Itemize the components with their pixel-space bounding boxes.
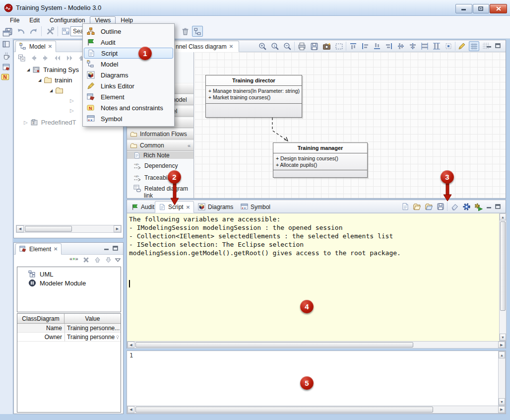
expander-icon[interactable]: ◢	[27, 68, 30, 72]
tab-symbol[interactable]: Symbol	[237, 201, 274, 212]
align-top-icon[interactable]	[349, 42, 357, 50]
delete-model-button[interactable]	[180, 26, 191, 37]
tab-model[interactable]: Model ✕	[15, 41, 56, 52]
restore-panel-icon[interactable]	[2, 29, 11, 38]
scroll-right-button[interactable]: ▶	[498, 342, 505, 348]
same-height-icon[interactable]	[433, 42, 441, 50]
double-back-icon[interactable]	[54, 54, 62, 62]
scroll-up-button[interactable]: ▲	[499, 351, 505, 358]
table-row-owner-value[interactable]: Training personne	[64, 333, 121, 342]
add-stereotype-icon[interactable]: «+»	[69, 256, 78, 262]
tab-class-diagram[interactable]: nnel Class diagram ✕	[172, 41, 239, 52]
tree-item-subfolder[interactable]: ◢	[50, 86, 64, 95]
table-header-value[interactable]: Value	[64, 314, 121, 324]
style-editor-icon[interactable]	[458, 42, 466, 50]
menu-item-outline[interactable]: Outline	[83, 26, 174, 37]
maximize-view-icon[interactable]	[113, 246, 119, 251]
palette-item-rich-note[interactable]: Rich Note	[127, 151, 193, 159]
settings-gear-icon[interactable]	[462, 203, 471, 211]
import-script-icon[interactable]	[425, 203, 433, 211]
center-horizontal-icon[interactable]	[409, 42, 417, 50]
console-vscrollbar[interactable]: ▲ ▼	[499, 213, 507, 341]
list-item-uml[interactable]: UML	[28, 270, 53, 279]
element-shortcut-icon[interactable]	[2, 63, 11, 71]
maximize-view-icon[interactable]	[495, 204, 502, 210]
maximize-view-icon[interactable]	[495, 43, 502, 49]
close-icon[interactable]: ✕	[186, 205, 190, 210]
tree-item-training-system[interactable]: ◢ Training Sys	[27, 65, 79, 74]
minimize-view-icon[interactable]	[486, 204, 493, 210]
redo-button[interactable]	[28, 26, 39, 37]
delete-icon[interactable]	[82, 256, 90, 264]
class-training-manager[interactable]: Training manager + Design training cours…	[273, 142, 368, 178]
back-arrow-icon[interactable]	[30, 54, 38, 62]
menu-item-element[interactable]: Element	[83, 91, 174, 102]
input-hscrollbar[interactable]: ◀ ▶	[127, 406, 506, 414]
script-input-editor[interactable]: 1	[127, 351, 498, 406]
expander-collapsed-icon[interactable]: ▷	[70, 108, 74, 113]
expander-collapsed-icon[interactable]: ▷	[70, 98, 74, 103]
snapshot-icon[interactable]	[322, 42, 331, 51]
scroll-down-button[interactable]: ▼	[500, 334, 506, 341]
table-row-owner-label[interactable]: Owner	[17, 333, 64, 342]
menu-file[interactable]: File	[5, 16, 24, 24]
run-script-icon[interactable]	[474, 203, 483, 211]
table-row-name-value[interactable]: Training personne...	[64, 324, 121, 333]
panel-shortcut-icon[interactable]	[2, 40, 11, 49]
palette-group-common[interactable]: Common «	[127, 140, 193, 151]
script-console[interactable]: The following variables are accessible: …	[127, 213, 499, 341]
double-forward-icon[interactable]	[65, 54, 73, 62]
clear-console-icon[interactable]	[450, 203, 459, 211]
table-row-name-label[interactable]: Name	[17, 324, 64, 333]
expander-icon[interactable]: ◢	[50, 88, 53, 93]
minimize-view-icon[interactable]	[104, 246, 110, 251]
save-script-icon[interactable]	[437, 203, 445, 210]
view-menu-icon[interactable]	[115, 258, 121, 263]
menu-item-script[interactable]: Script	[84, 48, 173, 59]
save-diagram-icon[interactable]	[310, 42, 319, 51]
scroll-up-button[interactable]: ▲	[500, 213, 506, 220]
console-hscrollbar[interactable]: ◀ ▶	[127, 341, 506, 349]
align-bottom-icon[interactable]	[373, 42, 381, 50]
print-icon[interactable]	[298, 42, 306, 51]
palette-item-related-diagram-link-2[interactable]: link	[127, 191, 193, 200]
zoom-100-icon[interactable]: 1	[271, 42, 279, 51]
java-console-icon[interactable]	[2, 52, 11, 61]
tree-item-training-folder[interactable]: ◢ trainin	[38, 75, 72, 85]
forward-arrow-icon[interactable]	[42, 54, 50, 62]
palette-item-traceability[interactable]: <d> Traceability	[127, 173, 193, 182]
show-grid-button[interactable]	[469, 41, 479, 51]
undo-button[interactable]	[15, 26, 26, 37]
scroll-thumb[interactable]	[25, 226, 72, 232]
scroll-thumb[interactable]	[135, 407, 433, 413]
tab-audit[interactable]: Audit	[128, 201, 158, 212]
notes-shortcut-icon[interactable]: N	[1, 72, 10, 81]
restore-button[interactable]	[473, 4, 489, 13]
menu-item-notes-and-constraints[interactable]: N Notes and constraints	[83, 102, 174, 113]
palette-collapse-icon[interactable]: «	[188, 142, 191, 148]
minimize-button[interactable]	[455, 4, 472, 13]
class-training-director[interactable]: Training director + Manage trainers(In P…	[205, 75, 302, 118]
close-icon[interactable]: ✕	[48, 44, 52, 49]
menu-item-model[interactable]: Model	[83, 59, 174, 70]
scroll-left-button[interactable]: ◀	[16, 225, 24, 232]
scroll-left-button[interactable]: ◀	[128, 406, 134, 413]
zoom-out-icon[interactable]	[283, 42, 292, 51]
tree-item-predefined-types[interactable]: ▷ 3: PredefinedT	[24, 118, 76, 127]
scroll-right-button[interactable]: ▶	[498, 406, 505, 413]
menu-item-audit[interactable]: Audit	[83, 37, 174, 48]
tools-button[interactable]	[45, 26, 56, 37]
align-right-icon[interactable]	[385, 42, 393, 50]
scroll-right-button[interactable]: ▶	[114, 225, 121, 232]
tree-item-collapsed-1[interactable]: ▷	[70, 96, 74, 105]
zoom-in-icon[interactable]	[258, 42, 267, 51]
diagram-canvas[interactable]: Training director + Manage trainers(In P…	[194, 52, 506, 198]
expander-collapsed-icon[interactable]: ▷	[24, 120, 28, 125]
close-button[interactable]	[490, 4, 507, 13]
selection-icon[interactable]	[335, 42, 343, 51]
new-diagram-button[interactable]	[61, 26, 71, 37]
tab-element[interactable]: Element ✕	[15, 243, 62, 255]
cell-edit-icon[interactable]	[115, 335, 120, 340]
same-width-icon[interactable]	[421, 42, 429, 50]
open-script-icon[interactable]	[413, 203, 421, 211]
